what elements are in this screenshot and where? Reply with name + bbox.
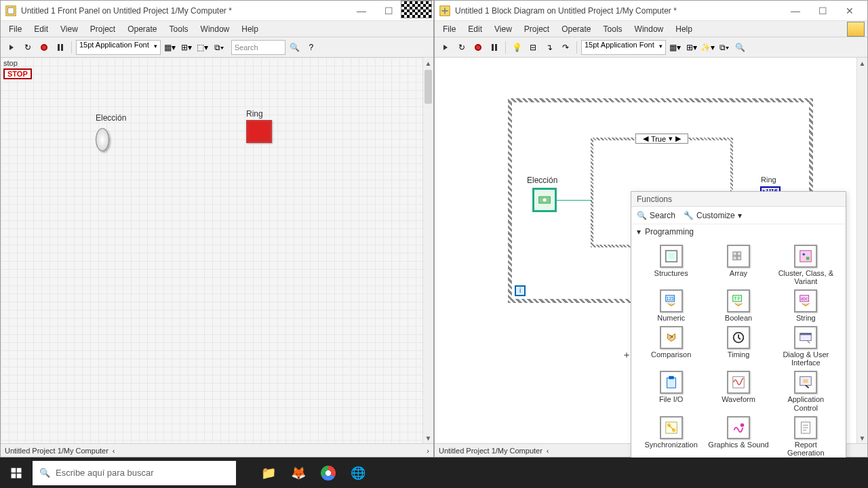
status-chevron-icon[interactable]: ‹ (113, 447, 115, 455)
eleccion-switch[interactable] (96, 128, 109, 151)
taskbar-labview-icon[interactable] (404, 460, 431, 487)
menu-edit[interactable]: Edit (28, 22, 54, 37)
menu-tools[interactable]: Tools (598, 22, 628, 37)
reorder-button[interactable]: ⧉▾ (717, 41, 731, 54)
abort-button[interactable] (37, 41, 51, 54)
palette-item-waveform[interactable]: Waveform (707, 371, 770, 411)
palette-item-numeric[interactable]: 123Numeric (639, 289, 703, 322)
menu-project[interactable]: Project (519, 22, 555, 37)
loop-iteration-icon[interactable]: i (515, 285, 526, 296)
maximize-button[interactable]: ☐ (809, 1, 836, 21)
align-grid-icon[interactable] (401, 1, 432, 18)
run-button[interactable] (5, 41, 18, 54)
palette-tools: 🔍 Search 🔧 Customize▾ (631, 207, 846, 224)
palette-item-fileio[interactable]: File I/O (639, 371, 703, 411)
search-input[interactable]: Search (231, 40, 285, 55)
functions-palette[interactable]: Functions 🔍 Search 🔧 Customize▾ ▾ Progra… (631, 191, 846, 488)
menu-view[interactable]: View (55, 22, 83, 37)
vertical-scrollbar[interactable]: ▲ ▼ (422, 58, 433, 443)
start-button[interactable] (3, 460, 30, 487)
palette-item-report[interactable]: Report Generation (774, 416, 837, 457)
case-next-icon[interactable]: ▶ (675, 134, 681, 143)
menu-file[interactable]: File (3, 22, 27, 37)
distribute-button[interactable]: ⊞▾ (685, 41, 698, 54)
menu-edit[interactable]: Edit (462, 22, 488, 37)
taskbar-chrome-icon[interactable] (315, 460, 342, 487)
palette-item-cluster[interactable]: Cluster, Class, & Variant (774, 245, 837, 285)
ring-indicator[interactable] (246, 120, 272, 143)
palette-item-structures[interactable]: Structures (639, 245, 703, 285)
menu-window[interactable]: Window (195, 22, 235, 37)
palette-category[interactable]: ▾ Programming (631, 224, 846, 239)
case-selector[interactable]: ◀ True ▾ ▶ (635, 134, 688, 144)
retain-wire-button[interactable]: ⊟ (526, 41, 540, 54)
step-into-button[interactable]: ↴ (542, 41, 556, 54)
taskbar-explorer-icon[interactable]: 📁 (255, 460, 282, 487)
status-chevron-right-icon[interactable]: › (427, 447, 429, 455)
taskbar-edge-icon[interactable]: 🌐 (344, 460, 372, 487)
run-button[interactable] (439, 41, 452, 54)
run-cont-button[interactable]: ↻ (21, 41, 35, 54)
svg-rect-24 (667, 378, 675, 388)
taskbar-firefox-icon[interactable]: 🦊 (285, 460, 312, 487)
menu-operate[interactable]: Operate (556, 22, 596, 37)
stop-button[interactable]: STOP (3, 68, 32, 79)
close-button[interactable]: ✕ (836, 1, 863, 21)
maximize-button[interactable]: ☐ (375, 1, 402, 21)
menu-window[interactable]: Window (629, 22, 669, 37)
palette-item-sync[interactable]: Synchronization (639, 416, 703, 457)
minimize-button[interactable]: — (782, 1, 809, 21)
resize-button[interactable]: ⬚▾ (196, 41, 210, 54)
search-go-icon[interactable]: 🔍 (288, 41, 302, 54)
menu-project[interactable]: Project (85, 22, 121, 37)
cleanup-button[interactable]: ✨▾ (701, 41, 715, 54)
palette-customize-button[interactable]: 🔧 Customize▾ (684, 211, 742, 220)
case-dropdown-icon[interactable]: ▾ (669, 134, 673, 143)
palette-item-timing[interactable]: Timing (707, 326, 770, 367)
wire[interactable] (557, 200, 592, 201)
window-title: Untitled 1 Block Diagram on Untitled Pro… (455, 6, 782, 16)
help-icon[interactable]: ? (304, 41, 318, 54)
font-selector[interactable]: 15pt Application Font (76, 40, 161, 55)
align-button[interactable]: ▦▾ (669, 41, 682, 54)
palette-item-comparison[interactable]: >Comparison (639, 326, 703, 367)
abort-button[interactable] (471, 41, 485, 54)
pause-button[interactable] (488, 41, 501, 54)
svg-rect-7 (733, 252, 737, 256)
minimize-button[interactable]: — (348, 1, 375, 21)
collapse-icon[interactable]: ▾ (637, 227, 641, 237)
distribute-button[interactable]: ⊞▾ (180, 41, 193, 54)
pause-button[interactable] (54, 41, 67, 54)
menu-tools[interactable]: Tools (164, 22, 194, 37)
palette-item-string[interactable]: abcString (774, 289, 837, 322)
run-cont-button[interactable]: ↻ (455, 41, 469, 54)
palette-item-array[interactable]: Array (707, 245, 770, 285)
search-icon[interactable]: 🔍 (734, 41, 747, 54)
taskbar-search-input[interactable]: 🔍 Escribe aquí para buscar (33, 461, 236, 485)
eleccion-terminal[interactable] (532, 188, 557, 212)
font-selector[interactable]: 15pt Application Font (581, 40, 666, 55)
app-mini-icon[interactable] (847, 22, 865, 37)
taskbar-app2-icon[interactable] (434, 460, 461, 487)
taskbar-app1-icon[interactable] (374, 460, 401, 487)
palette-search-button[interactable]: 🔍 Search (637, 211, 675, 220)
menu-help[interactable]: Help (670, 22, 698, 37)
menu-file[interactable]: File (437, 22, 461, 37)
menubar: File Edit View Project Operate Tools Win… (1, 21, 433, 37)
palette-item-graphics[interactable]: Graphics & Sound (707, 416, 770, 457)
palette-item-dialog[interactable]: Dialog & User Interface (774, 326, 837, 367)
align-button[interactable]: ▦▾ (163, 41, 177, 54)
vertical-scrollbar[interactable]: ▲ ▼ (856, 58, 867, 443)
palette-item-boolean[interactable]: T FBoolean (707, 289, 770, 322)
step-over-button[interactable]: ↷ (559, 41, 572, 54)
palette-item-appcontrol[interactable]: Application Control (774, 371, 837, 411)
menu-help[interactable]: Help (236, 22, 264, 37)
reorder-button[interactable]: ⧉▾ (212, 41, 226, 54)
menu-view[interactable]: View (489, 22, 517, 37)
case-prev-icon[interactable]: ◀ (643, 134, 648, 143)
menu-operate[interactable]: Operate (122, 22, 162, 37)
highlight-button[interactable]: 💡 (510, 41, 524, 54)
svg-rect-35 (17, 468, 22, 472)
front-panel-canvas[interactable]: stop STOP Elección Ring ▲ ▼ (1, 58, 433, 443)
status-chevron-icon[interactable]: ‹ (547, 447, 549, 455)
